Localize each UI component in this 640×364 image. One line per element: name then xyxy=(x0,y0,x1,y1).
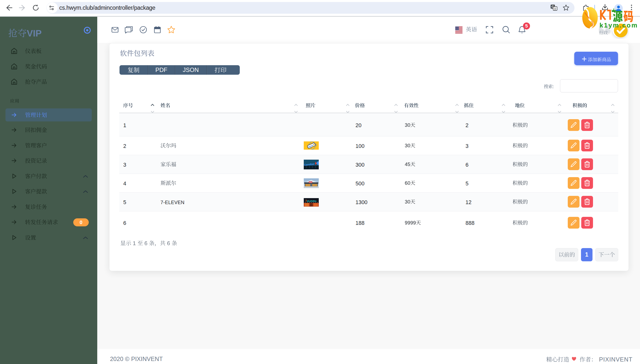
svg-text:SPAR: SPAR xyxy=(309,182,312,183)
svg-text:-ELEVEn: -ELEVEn xyxy=(307,200,316,202)
svg-text:7: 7 xyxy=(305,199,307,202)
svg-text:文: 文 xyxy=(554,7,557,10)
